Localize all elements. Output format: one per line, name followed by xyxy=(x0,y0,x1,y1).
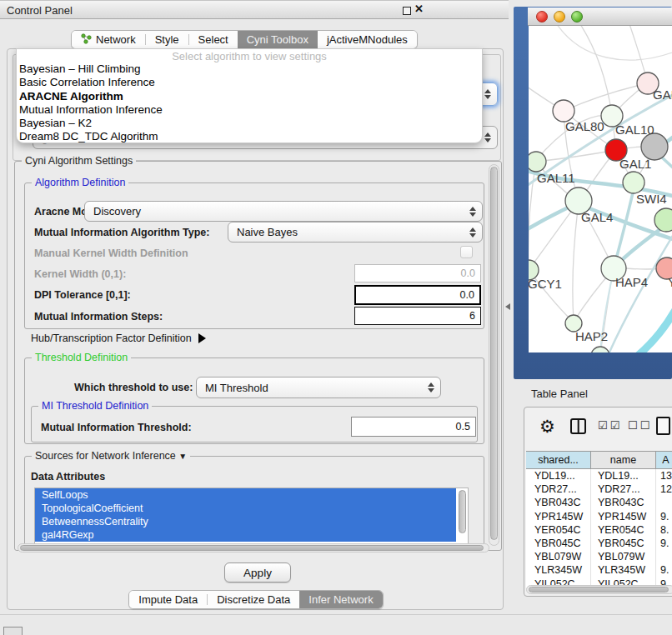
list-scrollbar-thumb[interactable] xyxy=(459,490,466,533)
network-edge[interactable] xyxy=(573,202,579,322)
network-edge[interactable] xyxy=(579,26,612,115)
table-cell[interactable]: YER054C xyxy=(526,523,591,537)
manual-kernel-checkbox[interactable] xyxy=(460,246,473,258)
settings-vertical-scrollbar[interactable] xyxy=(489,164,499,546)
attribute-list-item[interactable]: TopologicalCoefficient xyxy=(35,502,456,515)
dropdown-item[interactable]: Dream8 DC_TDC Algorithm xyxy=(17,130,482,143)
table-cell[interactable]: 13 xyxy=(656,469,672,482)
table-cell[interactable]: 9. xyxy=(656,537,672,550)
deselect-all-icon[interactable]: ☐☐ xyxy=(628,419,652,432)
zoom-window-icon[interactable] xyxy=(571,11,583,22)
settings-horizontal-scrollbar[interactable] xyxy=(18,543,489,552)
dropdown-item[interactable]: ARACNE Algorithm xyxy=(17,90,482,103)
table-horizontal-scrollbar[interactable] xyxy=(526,585,672,594)
tab-jactivemnodules[interactable]: jActiveMNodules xyxy=(318,31,417,48)
table-cell[interactable]: 8. xyxy=(656,523,672,537)
table-cell[interactable]: YBR043C xyxy=(526,496,591,509)
sources-legend[interactable]: Sources for Network Inference ▼ xyxy=(32,450,190,462)
table-cell[interactable] xyxy=(656,496,672,509)
table-cell[interactable]: YBR043C xyxy=(591,496,656,509)
mi-steps-label: Mutual Information Steps: xyxy=(34,311,163,322)
table-cell[interactable]: 9. xyxy=(656,563,672,577)
select-all-icon[interactable]: ☑☑ xyxy=(598,419,622,432)
network-edge[interactable] xyxy=(554,26,672,60)
tab-style[interactable]: Style xyxy=(146,31,188,48)
table-row[interactable]: YBR045CYBR045C9. xyxy=(526,537,672,550)
network-window-titlebar[interactable] xyxy=(528,8,672,26)
table-cell[interactable]: YLR345W xyxy=(526,563,591,577)
mi-threshold-input[interactable]: 0.5 xyxy=(351,417,476,437)
which-threshold-combo[interactable]: MI Threshold xyxy=(196,377,441,398)
network-view-canvas[interactable]: GALGAL80GAL10GAL1GAL11SWI4GAL4GCY1HAP4YH… xyxy=(529,26,672,352)
table-cell[interactable]: YBL079W xyxy=(526,550,591,563)
column-header-shared-name[interactable]: shared... xyxy=(526,452,591,468)
table-row[interactable]: YPR145WYPR145W9. xyxy=(526,510,672,523)
dropdown-item[interactable]: Bayesian – Hill Climbing xyxy=(17,62,482,76)
table-cell[interactable]: YBL079W xyxy=(591,550,656,563)
kernel-width-input[interactable]: 0.0 xyxy=(354,264,481,282)
table-cell[interactable]: 9. xyxy=(656,510,672,523)
close-panel-icon[interactable]: ✕ xyxy=(414,2,424,15)
scrollbar-thumb[interactable] xyxy=(20,545,484,551)
network-edge[interactable] xyxy=(634,301,672,352)
network-node[interactable] xyxy=(654,208,672,232)
tab-discretize-data[interactable]: Discretize Data xyxy=(208,591,299,608)
table-cell[interactable]: YBR045C xyxy=(526,537,591,550)
data-attributes-list[interactable]: SelfLoopsTopologicalCoefficientBetweenne… xyxy=(34,488,469,544)
combo-stepper-icon xyxy=(469,228,476,238)
tab-select[interactable]: Select xyxy=(189,31,238,48)
column-header-name[interactable]: name xyxy=(591,452,656,468)
mi-steps-input[interactable]: 6 xyxy=(354,307,481,325)
table-cell[interactable]: 12 xyxy=(656,482,672,496)
column-header-clipped[interactable]: A xyxy=(656,452,672,468)
table-cell[interactable]: YPR145W xyxy=(526,510,591,523)
network-node[interactable] xyxy=(623,172,644,193)
attribute-list-item[interactable]: BetweennessCentrality xyxy=(35,515,456,528)
table-cell[interactable] xyxy=(656,550,672,563)
network-edge[interactable] xyxy=(529,162,536,269)
column-view-icon[interactable] xyxy=(570,418,586,434)
hub-factor-section-toggle[interactable]: Hub/Transcription Factor Definition xyxy=(31,332,206,344)
table-row[interactable]: YDR27...YDR27...12 xyxy=(526,482,672,496)
table-cell[interactable]: YER054C xyxy=(591,523,656,537)
dpi-tolerance-input[interactable]: 0.0 xyxy=(354,285,481,305)
network-node[interactable] xyxy=(529,152,546,172)
table-cell[interactable]: YDR27... xyxy=(526,482,591,496)
scrollbar-thumb[interactable] xyxy=(529,587,669,592)
table-cell[interactable]: YLR345W xyxy=(591,563,656,577)
scrollbar-thumb[interactable] xyxy=(490,167,498,540)
table-row[interactable]: YBR043CYBR043C xyxy=(526,496,672,509)
tab-network[interactable]: Network xyxy=(72,31,145,48)
table-cell[interactable]: YPR145W xyxy=(591,510,656,523)
apply-button[interactable]: Apply xyxy=(224,562,291,582)
tab-cyni-toolbox[interactable]: Cyni Toolbox xyxy=(238,31,318,48)
tab-impute-data[interactable]: Impute Data xyxy=(129,591,207,608)
table-row[interactable]: YER054CYER054C8. xyxy=(526,523,672,537)
close-window-icon[interactable] xyxy=(536,11,548,22)
mi-type-combo[interactable]: Naive Bayes xyxy=(228,222,483,242)
attribute-list-item[interactable]: SelfLoops xyxy=(35,488,456,502)
dropdown-item[interactable]: Bayesian – K2 xyxy=(17,117,482,130)
table-cell[interactable]: YDL19... xyxy=(526,469,591,482)
panel-divider-arrow[interactable] xyxy=(505,303,510,310)
table-cell[interactable]: YDL19... xyxy=(591,469,656,482)
dropdown-item[interactable]: Basic Correlation Inference xyxy=(17,76,482,89)
table-row[interactable]: YDL19...YDL19...13 xyxy=(526,469,672,482)
minimize-window-icon[interactable] xyxy=(554,11,565,22)
window-bottom-divider xyxy=(0,614,672,615)
tab-infer-network[interactable]: Infer Network xyxy=(299,591,382,608)
attribute-list-item[interactable]: gal4RGexp xyxy=(35,528,456,542)
export-table-icon[interactable] xyxy=(656,417,670,435)
minimized-panel-tab[interactable] xyxy=(3,627,23,635)
combo-stepper-icon xyxy=(428,382,434,392)
network-node[interactable] xyxy=(591,347,609,352)
aracne-mode-combo[interactable]: Discovery xyxy=(84,201,483,222)
table-row[interactable]: YBL079WYBL079W xyxy=(526,550,672,563)
gear-icon[interactable]: ⚙ xyxy=(539,418,555,436)
dropdown-item[interactable]: Mutual Information Inference xyxy=(17,103,482,117)
float-panel-icon[interactable] xyxy=(403,7,411,15)
table-cell[interactable]: YDR27... xyxy=(591,482,656,496)
table-cell[interactable]: YBR045C xyxy=(591,537,656,550)
node-label: Y xyxy=(668,275,672,289)
table-row[interactable]: YLR345WYLR345W9. xyxy=(526,563,672,577)
